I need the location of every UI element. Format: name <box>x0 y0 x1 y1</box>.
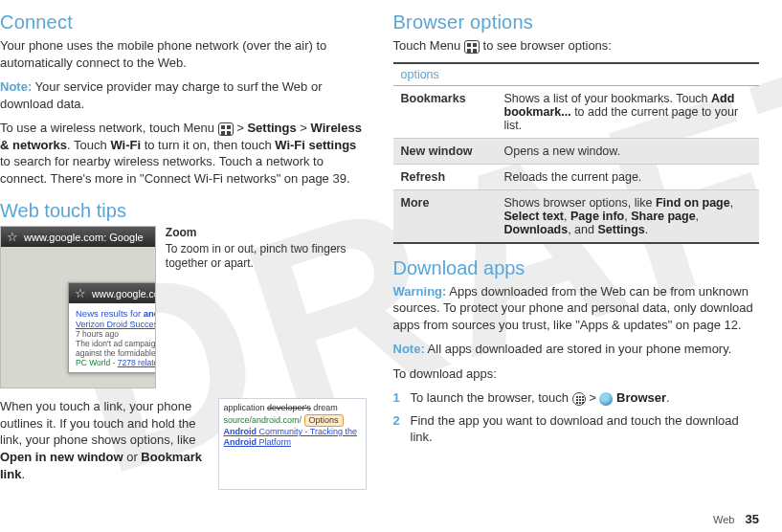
s1-gt: > <box>586 390 600 405</box>
share-page-bold: Share page <box>631 210 695 223</box>
news-popup: ☆ www.google.com: Google News results fo… <box>68 282 156 373</box>
zoom-body: To zoom in or out, pinch two fingers tog… <box>166 242 346 270</box>
note-label: Note: <box>0 79 32 94</box>
left-column: Connect Your phone uses the mobile phone… <box>0 11 367 496</box>
outline-mid: or <box>123 450 142 464</box>
snippet-line1: application developer's dream <box>224 403 361 413</box>
download-intro: To download apps: <box>393 366 760 383</box>
download-note: Note: All apps downloaded are stored in … <box>393 341 760 358</box>
more-tail: . <box>645 223 648 236</box>
row-val: Shows a list of your bookmarks. Touch Ad… <box>497 85 760 138</box>
browser-bold: Browser <box>616 390 666 405</box>
zoom-caption: Zoom To zoom in or out, pinch two finger… <box>166 226 367 388</box>
connect-heading: Connect <box>0 11 367 33</box>
download-warning: Warning: Apps downloaded from the Web ca… <box>393 283 760 334</box>
star-icon: ☆ <box>7 230 18 244</box>
step-number: 1 <box>393 389 400 407</box>
settings-bold: Settings <box>597 223 644 236</box>
connect-note: Note: Your service provider may charge t… <box>0 78 367 112</box>
bp-post: to see browser options: <box>480 38 612 53</box>
page-columns: Connect Your phone uses the mobile phone… <box>0 0 782 515</box>
row-val: Shows browser options, like Find on page… <box>497 189 760 243</box>
news-src: PC World - <box>76 358 118 367</box>
settings-bold: Settings <box>247 121 296 135</box>
table-row: New window Opens a new window. <box>393 138 760 164</box>
row-key: Refresh <box>393 164 497 189</box>
news-link-row: Verizon Droid Success Limited by Android… <box>76 319 156 329</box>
snippet-link[interactable]: Android Community - Tracking the Android… <box>224 427 361 449</box>
table-row: Bookmarks Shows a list of your bookmarks… <box>393 85 760 138</box>
r0-pre: Shows a list of your bookmarks. Touch <box>504 92 712 105</box>
table-header: options <box>393 63 760 86</box>
snip-link-b[interactable]: Android <box>224 437 257 447</box>
table-row: Refresh Reloads the current page. <box>393 164 760 189</box>
outline-tail: . <box>21 467 25 481</box>
download-steps: 1 To launch the browser, touch > Browser… <box>393 389 760 446</box>
page-info-bold: Page info <box>570 210 624 223</box>
select-text-bold: Select text <box>504 210 565 223</box>
s1-pre: To launch the browser, touch <box>411 390 572 405</box>
snip-link-a[interactable]: Android <box>224 427 257 436</box>
note-body: All apps downloaded are stored in your p… <box>425 342 732 356</box>
step-2: 2 Find the app you want to download and … <box>393 412 760 446</box>
outline-pre: When you touch a link, your phone outlin… <box>0 399 196 447</box>
popup-body: News results for android Verizon Droid S… <box>69 303 156 372</box>
warning-label: Warning: <box>393 284 447 299</box>
mc5: , and <box>568 223 597 236</box>
snippet-source: source/android.com/ Options <box>224 414 361 427</box>
bp-pre: Touch Menu <box>393 38 464 53</box>
outline-row: When you touch a link, your phone outlin… <box>0 398 367 490</box>
more-pre: Shows browser options, like <box>504 196 656 210</box>
browser-options-heading: Browser options <box>393 11 760 33</box>
news-title: News results for android <box>76 308 156 319</box>
options-table: options Bookmarks Shows a list of your b… <box>393 62 760 244</box>
popup-url-text: www.google.com: Google <box>92 288 156 299</box>
search-snippet: application developer's dream source/and… <box>218 398 367 490</box>
table-row: More Shows browser options, like Find on… <box>393 189 760 243</box>
related-articles-link[interactable]: 7278 related articles » <box>118 358 156 367</box>
news-prefix: News results for <box>76 308 144 319</box>
wifi-mid: to turn it on, then touch <box>141 138 275 152</box>
row-key: Bookmarks <box>393 85 497 138</box>
row-val: Opens a new window. <box>497 138 760 164</box>
news-kw: android <box>144 308 156 319</box>
popup-url-bar: ☆ www.google.com: Google <box>69 283 156 303</box>
row-key: More <box>393 189 497 243</box>
news-meta-desc: The idon't ad campaign pits the Android-… <box>76 339 156 358</box>
news-source: PC World - 7278 related articles » <box>76 358 156 367</box>
phone-mock: ☆ www.google.com: Google ☆ www.google.co… <box>0 226 156 388</box>
browser-options-intro: Touch Menu to see browser options: <box>393 37 760 55</box>
menu-icon <box>218 122 234 136</box>
downloads-bold: Downloads <box>504 223 569 236</box>
wifi-tail: to search for nearby wireless networks. … <box>0 154 350 186</box>
zoom-heading: Zoom <box>166 226 367 240</box>
web-tips-heading: Web touch tips <box>0 200 367 222</box>
snip-link-c[interactable]: Platform <box>257 437 291 447</box>
snip-src: source/android.com/ <box>224 415 304 425</box>
snip-l1c: dream <box>311 403 338 412</box>
snip-l1a: application <box>224 403 268 412</box>
s2-body: Find the app you want to download and to… <box>411 413 739 445</box>
s1-tail: . <box>666 390 670 405</box>
wifi-settings-bold: Wi-Fi settings <box>275 138 356 152</box>
url-text: www.google.com: Google <box>24 232 144 243</box>
news-link[interactable]: Verizon Droid Success Limited by Android… <box>76 320 156 329</box>
find-on-page-bold: Find on page <box>656 196 730 210</box>
mc4: , <box>696 210 699 223</box>
wifi-touch: . Touch <box>67 138 110 152</box>
wifi-gt2: > <box>297 121 311 135</box>
connect-note-body: Your service provider may charge to surf… <box>0 79 322 111</box>
wifi-gt: > <box>234 121 248 135</box>
snip-link-mid[interactable]: Community - Tracking the <box>257 427 357 436</box>
row-key: New window <box>393 138 497 164</box>
right-column: Browser options Touch Menu to see browse… <box>393 11 760 496</box>
options-button[interactable]: Options <box>304 414 344 427</box>
wifi-bold: Wi-Fi <box>110 138 141 152</box>
warning-body: Apps downloaded from the Web can be from… <box>393 284 753 332</box>
open-new-window-bold: Open in new window <box>0 450 123 464</box>
launcher-icon <box>572 392 586 406</box>
wifi-paragraph: To use a wireless network, touch Menu > … <box>0 120 367 187</box>
zoom-illustration: ☆ www.google.com: Google ☆ www.google.co… <box>0 226 367 388</box>
news-meta-time: 7 hours ago <box>76 329 156 339</box>
section-label: Web <box>713 514 734 525</box>
